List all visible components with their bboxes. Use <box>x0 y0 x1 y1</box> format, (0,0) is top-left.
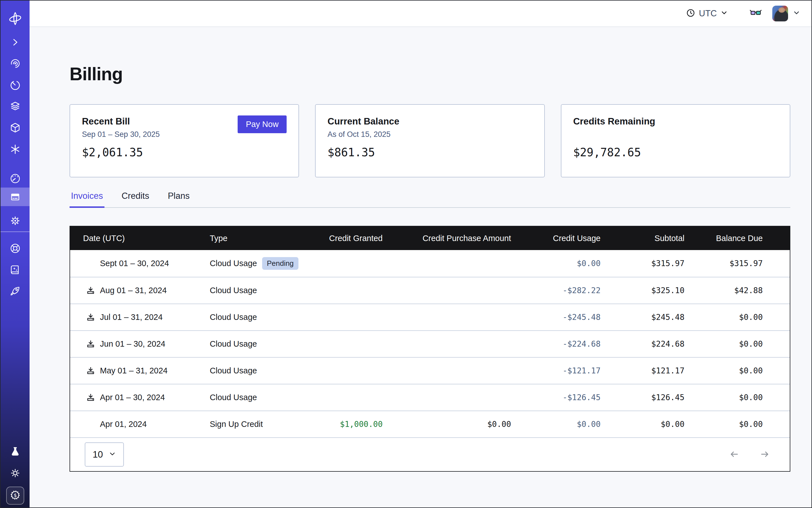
column-header-credit-usage: Credit Usage <box>523 234 613 243</box>
table-row: May 01 – 31, 2024 Cloud Usage -$121.17 $… <box>70 357 790 384</box>
table-row: Jun 01 – 30, 2024 Cloud Usage -$224.68 $… <box>70 330 790 357</box>
table-row: Sept 01 – 30, 2024 Cloud Usage Pending $… <box>70 250 790 277</box>
sidebar-item-cube[interactable] <box>1 121 30 135</box>
orbit-logo-icon <box>8 11 23 26</box>
sidebar-item-docs[interactable] <box>1 263 30 277</box>
table-row: Apr 01 – 30, 2024 Cloud Usage -$126.45 $… <box>70 384 790 411</box>
page-size-select[interactable]: 10 <box>85 442 124 467</box>
credit-usage-value: -$224.68 <box>523 339 613 349</box>
pay-now-button[interactable]: Pay Now <box>238 116 287 133</box>
clock-icon <box>686 8 695 18</box>
subtotal-value: $0.00 <box>613 420 697 429</box>
table-row: Aug 01 – 31, 2024 Cloud Usage -$282.22 $… <box>70 277 790 304</box>
invoice-type: Cloud Usage <box>210 259 257 268</box>
download-icon <box>86 292 95 296</box>
invoice-date: Aug 01 – 31, 2024 <box>100 286 167 295</box>
next-page-button[interactable] <box>758 448 771 462</box>
arrow-left-icon <box>728 457 741 462</box>
invoice-date: Sept 01 – 30, 2024 <box>100 259 169 268</box>
sidebar-item-credits-badge[interactable]: $ <box>6 486 24 505</box>
dollar-badge-icon: $ <box>9 489 22 502</box>
chevron-down-icon <box>109 449 116 460</box>
sidebar-item-usage-gauge[interactable] <box>1 172 30 185</box>
recent-bill-card: Recent Bill Sep 01 – Sep 30, 2025 $2,061… <box>70 104 299 177</box>
tab-credits[interactable]: Credits <box>120 191 151 207</box>
download-icon <box>86 345 95 350</box>
credit-usage-value: -$126.45 <box>523 393 613 402</box>
sidebar-item-billing[interactable] <box>1 187 30 206</box>
app-window: $ UTC <box>0 0 812 508</box>
sidebar-item-layers[interactable] <box>1 100 30 113</box>
credit-usage-value: -$282.22 <box>523 286 613 295</box>
credit-usage-value: $0.00 <box>523 420 613 429</box>
gear-icon <box>9 215 22 227</box>
sidebar-item-getting-started[interactable] <box>1 285 30 298</box>
credit-granted-value: $1,000.00 <box>323 420 395 429</box>
chevron-right-icon <box>9 36 22 48</box>
helm-wheel-icon <box>9 242 22 255</box>
credit-purchase-amount-value: $0.00 <box>395 420 523 429</box>
sidebar-item-theme-toggle[interactable] <box>1 466 30 480</box>
download-invoice-button[interactable] <box>86 312 95 322</box>
column-header-subtotal: Subtotal <box>613 234 697 243</box>
balance-due-value: $0.00 <box>697 420 790 429</box>
credit-usage-value: -$245.48 <box>523 312 613 322</box>
column-header-credit-granted: Credit Granted <box>323 234 395 243</box>
book-sparkle-icon <box>9 263 22 276</box>
sidebar-item-timer[interactable] <box>1 78 30 92</box>
invoices-table: Date (UTC) Type Credit Granted Credit Pu… <box>70 226 790 472</box>
card-amount: $861.35 <box>328 146 532 159</box>
avatar[interactable] <box>772 6 788 22</box>
tab-invoices[interactable]: Invoices <box>70 191 104 207</box>
invoice-type: Cloud Usage <box>210 339 257 349</box>
chevron-down-icon[interactable] <box>793 9 800 18</box>
invoice-type: Cloud Usage <box>210 393 257 402</box>
download-invoice-button[interactable] <box>86 339 95 349</box>
table-row: Apr 01, 2024 Sign Up Credit $1,000.00 $0… <box>70 411 790 437</box>
sidebar-item-settings[interactable] <box>1 214 30 227</box>
sidebar-item-iris[interactable] <box>1 57 30 71</box>
table-row: Jul 01 – 31, 2024 Cloud Usage -$245.48 $… <box>70 304 790 330</box>
current-balance-card: Current Balance As of Oct 15, 2025 $861.… <box>315 104 545 177</box>
gauge-icon <box>9 172 22 185</box>
main-area: UTC <box>30 1 811 507</box>
invoice-table-body: Sept 01 – 30, 2024 Cloud Usage Pending $… <box>70 250 790 437</box>
summary-cards: Recent Bill Sep 01 – Sep 30, 2025 $2,061… <box>70 104 790 177</box>
billing-tabs: Invoices Credits Plans <box>70 191 790 208</box>
svg-text:$: $ <box>13 492 16 498</box>
download-invoice-button[interactable] <box>86 366 95 376</box>
sidebar-item-helm[interactable] <box>1 242 30 255</box>
table-header: Date (UTC) Type Credit Granted Credit Pu… <box>70 226 790 250</box>
balance-due-value: $0.00 <box>697 339 790 349</box>
download-icon <box>86 399 95 403</box>
column-header-date: Date (UTC) <box>70 234 210 243</box>
card-title: Current Balance <box>328 116 532 127</box>
previous-page-button[interactable] <box>728 448 741 462</box>
invoice-date: May 01 – 31, 2024 <box>100 366 168 375</box>
subtotal-value: $224.68 <box>613 339 697 349</box>
layers-icon <box>9 100 22 113</box>
sidebar-item-labs[interactable] <box>1 445 30 458</box>
billing-page: Billing Recent Bill Sep 01 – Sep 30, 202… <box>30 27 811 507</box>
arrow-right-icon <box>758 457 771 462</box>
invoice-type: Sign Up Credit <box>210 420 263 429</box>
column-header-credit-purchase-amount: Credit Purchase Amount <box>395 234 523 243</box>
tab-plans[interactable]: Plans <box>166 191 191 207</box>
credit-usage-value: $0.00 <box>523 259 613 268</box>
invoice-date: Apr 01, 2024 <box>100 420 147 429</box>
download-invoice-button[interactable] <box>86 286 95 295</box>
subtotal-value: $126.45 <box>613 393 697 402</box>
timezone-selector[interactable]: UTC <box>686 8 728 18</box>
asterisk-icon <box>9 143 22 156</box>
3d-glasses-icon[interactable] <box>749 7 762 20</box>
iris-icon <box>9 57 22 70</box>
invoice-type: Cloud Usage <box>210 312 257 322</box>
credit-usage-value: -$121.17 <box>523 366 613 375</box>
rocket-icon <box>9 285 22 297</box>
download-invoice-button[interactable] <box>86 393 95 403</box>
sidebar-logo[interactable] <box>1 11 30 26</box>
sidebar-item-asterisk[interactable] <box>1 142 30 156</box>
card-subtitle <box>573 130 778 139</box>
sidebar-divider <box>1 231 30 232</box>
sidebar-item-expand[interactable] <box>1 36 30 49</box>
